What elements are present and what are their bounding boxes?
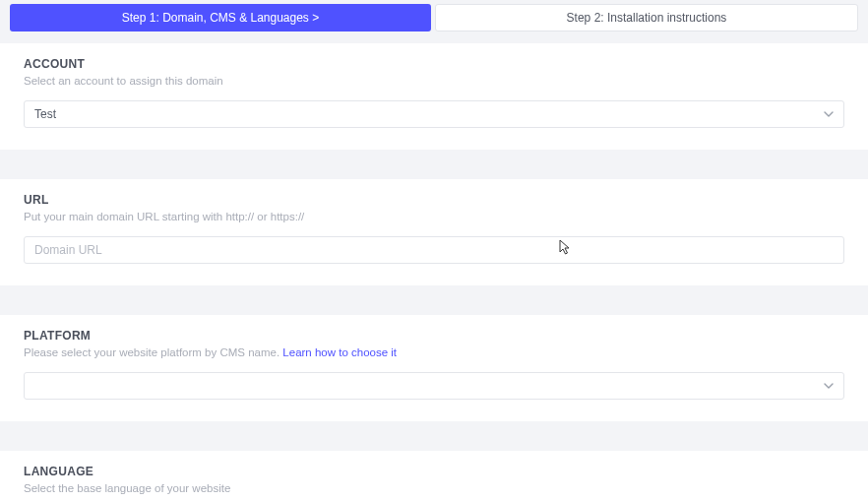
language-title: LANGUAGE xyxy=(24,465,844,478)
account-select[interactable]: Test xyxy=(24,100,844,128)
platform-title: PLATFORM xyxy=(24,329,844,343)
language-description: Select the base language of your website xyxy=(24,482,844,494)
chevron-down-icon xyxy=(824,109,834,119)
url-panel: URL Put your main domain URL starting wi… xyxy=(0,179,868,285)
url-title: URL xyxy=(24,193,844,207)
tab-step1[interactable]: Step 1: Domain, CMS & Languages > xyxy=(10,4,431,31)
url-input[interactable] xyxy=(24,236,844,264)
url-description: Put your main domain URL starting with h… xyxy=(24,211,844,222)
platform-panel: PLATFORM Please select your website plat… xyxy=(0,315,868,421)
account-panel: ACCOUNT Select an account to assign this… xyxy=(0,43,868,150)
platform-description-text: Please select your website platform by C… xyxy=(24,346,282,358)
tab-step2-label: Step 2: Installation instructions xyxy=(567,11,727,25)
account-select-value: Test xyxy=(34,107,56,121)
language-panel: LANGUAGE Select the base language of you… xyxy=(0,451,868,501)
account-description: Select an account to assign this domain xyxy=(24,75,844,87)
chevron-down-icon xyxy=(824,381,834,391)
platform-select[interactable] xyxy=(24,372,844,400)
tab-step2[interactable]: Step 2: Installation instructions xyxy=(435,4,858,31)
account-title: ACCOUNT xyxy=(24,57,844,71)
platform-learn-link[interactable]: Learn how to choose it xyxy=(282,346,397,358)
platform-description: Please select your website platform by C… xyxy=(24,346,844,358)
tab-step1-label: Step 1: Domain, CMS & Languages > xyxy=(122,11,319,25)
